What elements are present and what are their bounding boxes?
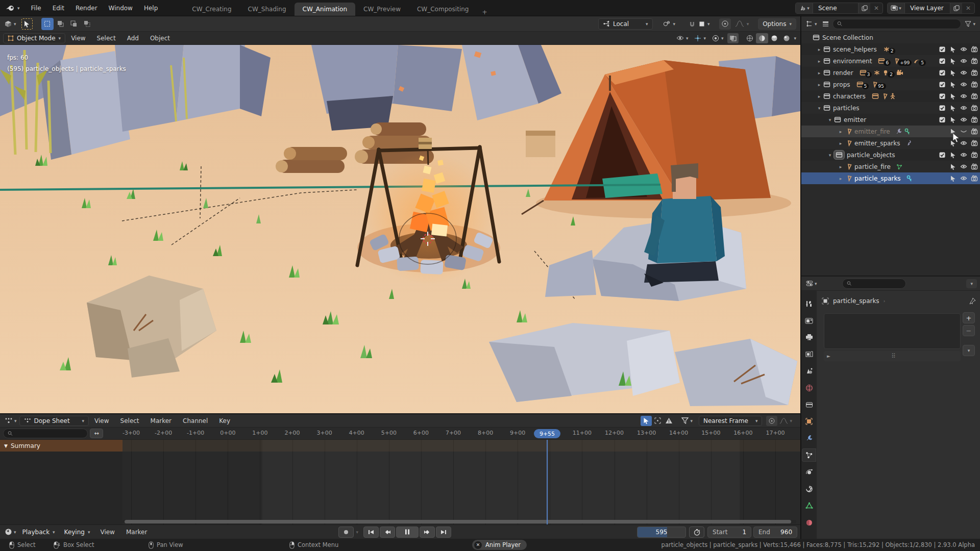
start-frame-field[interactable]: Start 1 bbox=[707, 527, 751, 538]
outliner-row-emitter[interactable]: ▾emitter bbox=[801, 114, 980, 126]
selectable-arrow-icon[interactable] bbox=[949, 69, 957, 76]
use-preview-range-button[interactable] bbox=[689, 527, 704, 538]
playback-dropdown[interactable]: Playback ▾ bbox=[18, 527, 60, 537]
remove-particle-system-button[interactable]: − bbox=[963, 325, 975, 336]
camera-render-icon[interactable] bbox=[971, 46, 978, 53]
tab-cw-compositing[interactable]: CW_Compositing bbox=[409, 3, 477, 16]
vp-menu-select[interactable]: Select bbox=[91, 32, 121, 44]
tab-view-layer[interactable] bbox=[802, 347, 816, 361]
vp-menu-object[interactable]: Object bbox=[144, 32, 176, 44]
eye-open-icon[interactable] bbox=[960, 58, 967, 64]
expand-arrow-icon[interactable]: ▸ bbox=[815, 59, 823, 64]
eye-open-icon[interactable] bbox=[960, 140, 967, 146]
expand-arrow-icon[interactable]: ▸ bbox=[815, 70, 823, 76]
tab-material[interactable] bbox=[802, 516, 816, 529]
shading-material-button[interactable] bbox=[768, 33, 780, 43]
previous-keyframe-button[interactable] bbox=[380, 527, 395, 538]
tab-modifiers[interactable] bbox=[802, 432, 816, 445]
proportional-editing-button[interactable] bbox=[719, 18, 731, 30]
playhead-line[interactable] bbox=[547, 440, 548, 524]
tl-menu-marker[interactable]: Marker bbox=[120, 525, 153, 539]
particle-panel-header[interactable]: ► ⠿ bbox=[824, 351, 961, 361]
camera-render-icon[interactable] bbox=[971, 140, 978, 146]
snap-settings-dropdown[interactable]: ▾ bbox=[697, 18, 714, 30]
viewport-canvas[interactable]: fps: 60 (595) particle_objects | particl… bbox=[0, 45, 800, 413]
outliner-search-input[interactable] bbox=[845, 20, 957, 28]
eye-open-icon[interactable] bbox=[960, 105, 967, 111]
outliner-row-particle-sparks[interactable]: ▸particle_sparks bbox=[801, 172, 980, 184]
channel-search-input[interactable] bbox=[16, 430, 83, 437]
checkbox-checked-icon[interactable] bbox=[939, 93, 946, 99]
camera-render-icon[interactable] bbox=[971, 93, 978, 99]
ds-menu-marker[interactable]: Marker bbox=[145, 414, 177, 427]
summary-channel[interactable]: ▼ Summary bbox=[0, 440, 122, 452]
selectable-arrow-icon[interactable] bbox=[949, 58, 957, 64]
timeline-editor-type-button[interactable]: ▾ bbox=[3, 527, 18, 538]
only-selected-toggle[interactable] bbox=[641, 416, 652, 426]
keying-dropdown[interactable]: Keying ▾ bbox=[60, 527, 95, 537]
tab-world[interactable] bbox=[802, 381, 816, 394]
selectable-arrow-icon[interactable] bbox=[949, 175, 957, 182]
overlays-dropdown[interactable] bbox=[710, 33, 721, 43]
checkbox-checked-icon[interactable] bbox=[939, 116, 946, 123]
proportional-falloff-dropdown[interactable]: ▾ bbox=[731, 18, 753, 30]
collapse-arrow-icon[interactable]: ▾ bbox=[826, 153, 834, 158]
show-errors-toggle[interactable] bbox=[663, 416, 674, 426]
proportional-edit-toggle[interactable] bbox=[766, 416, 777, 426]
end-frame-field[interactable]: End 960 bbox=[753, 527, 797, 538]
next-keyframe-button[interactable] bbox=[420, 527, 435, 538]
tab-output[interactable] bbox=[802, 331, 816, 344]
selectable-arrow-icon[interactable] bbox=[949, 93, 957, 99]
selectable-arrow-icon[interactable] bbox=[949, 152, 957, 158]
editor-type-button[interactable]: ▾ bbox=[0, 18, 20, 30]
checkbox-checked-icon[interactable] bbox=[939, 58, 946, 64]
outliner-row-scene-helpers[interactable]: ▸scene_helpers2 bbox=[801, 43, 980, 55]
outliner-row-emitter-fire[interactable]: ▸emitter_fire bbox=[801, 126, 980, 137]
show-hide-dropdown[interactable] bbox=[675, 33, 686, 43]
show-hidden-toggle[interactable] bbox=[652, 416, 663, 426]
outliner-display-mode-button[interactable] bbox=[821, 18, 830, 30]
checkbox-checked-icon[interactable] bbox=[939, 69, 946, 76]
properties-options-button[interactable]: ▾ bbox=[966, 279, 977, 288]
tab-cw-creating[interactable]: CW_Creating bbox=[184, 3, 239, 16]
eye-open-icon[interactable] bbox=[960, 69, 967, 76]
particle-system-list[interactable] bbox=[824, 313, 961, 349]
eye-open-icon[interactable] bbox=[960, 81, 967, 88]
tab-tool[interactable] bbox=[802, 297, 816, 310]
breadcrumb-object-name[interactable]: particle_sparks bbox=[833, 297, 879, 305]
properties-editor-type-button[interactable]: ▾ bbox=[804, 278, 819, 289]
camera-render-icon[interactable] bbox=[971, 58, 978, 64]
checkbox-checked-icon[interactable] bbox=[939, 152, 946, 158]
properties-search[interactable] bbox=[842, 279, 906, 289]
shading-solid-button[interactable] bbox=[756, 33, 768, 43]
mode-dropdown[interactable]: Object Mode ▾ bbox=[3, 33, 65, 43]
outliner-row-environment[interactable]: ▸environment6+995 bbox=[801, 55, 980, 67]
eye-open-icon[interactable] bbox=[960, 93, 967, 99]
select-mode-set-button[interactable] bbox=[41, 18, 54, 30]
dopesheet-keyframe-area[interactable] bbox=[122, 440, 800, 524]
camera-render-icon[interactable] bbox=[971, 175, 978, 182]
collapse-arrow-icon[interactable]: ▾ bbox=[815, 106, 823, 111]
menu-file[interactable]: File bbox=[26, 0, 47, 16]
selectable-arrow-icon[interactable] bbox=[949, 116, 957, 123]
pin-icon[interactable] bbox=[969, 297, 976, 305]
new-view-layer-button[interactable] bbox=[950, 3, 962, 13]
channel-search[interactable] bbox=[3, 429, 88, 438]
select-mode-subtract-button[interactable] bbox=[68, 18, 80, 30]
outliner-row-particle-objects[interactable]: ▾particle_objects bbox=[801, 149, 980, 161]
outliner-row-particles[interactable]: ▾particles bbox=[801, 102, 980, 114]
expand-channels-button[interactable]: ↔ bbox=[90, 429, 103, 438]
snap-toggle-button[interactable] bbox=[684, 18, 697, 30]
current-frame-field[interactable]: 595 bbox=[637, 527, 686, 538]
outliner-search[interactable] bbox=[832, 19, 962, 29]
tl-menu-view[interactable]: View bbox=[94, 525, 120, 539]
anim-player-status[interactable]: ✕ Anim Player bbox=[472, 540, 527, 550]
checkbox-checked-icon[interactable] bbox=[939, 46, 946, 53]
tab-collection[interactable] bbox=[802, 398, 816, 411]
camera-render-icon[interactable] bbox=[971, 81, 978, 88]
tab-render[interactable] bbox=[802, 314, 816, 327]
tab-cw-preview[interactable]: CW_Preview bbox=[355, 3, 409, 16]
selectable-arrow-icon[interactable] bbox=[949, 128, 957, 135]
camera-render-icon[interactable] bbox=[971, 128, 978, 135]
tab-particles[interactable] bbox=[802, 448, 816, 462]
